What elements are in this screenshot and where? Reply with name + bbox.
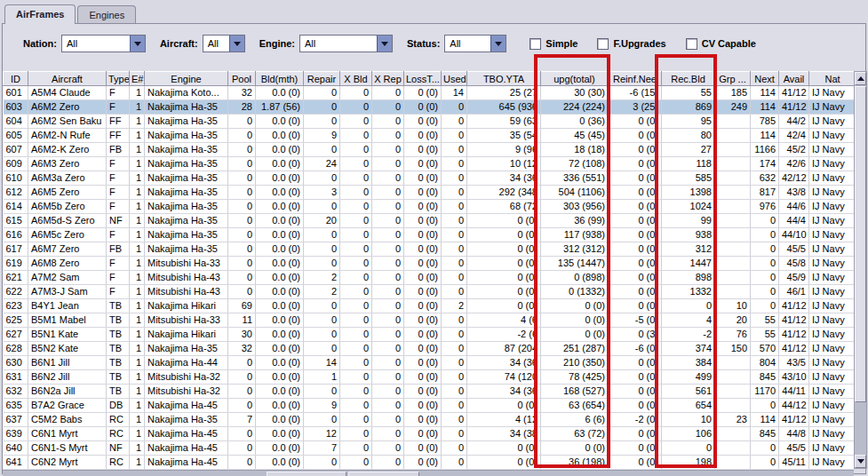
engine-combo-arrow-button[interactable] [377,36,392,52]
column-header[interactable]: Used [442,72,467,86]
table-cell: Mitsubishi Ha-32 [145,370,228,385]
column-header[interactable]: Aircraft [28,72,107,86]
table-row[interactable]: 637C5M2 BabsRC1Nakajima Ha-3570.0 (0)000… [4,413,855,427]
table-row[interactable]: 617A6M7 ZeroFB1Nakajima Ha-3500.0 (0)000… [4,242,855,257]
table-cell: 1 [130,143,145,157]
table-cell: 601 [4,86,28,100]
table-cell: 74 (120 [467,370,541,385]
aircraft-combo-arrow-button[interactable] [229,36,244,52]
scroll-up-button[interactable] [855,72,866,85]
table-cell: 0 (0) [541,313,609,328]
table-cell: Nakajima Ha-35 [145,115,228,129]
table-cell: 0 [442,427,467,441]
column-header[interactable]: Engine [145,72,228,86]
table-row[interactable]: 630B6N1 JillTB1Nakajima Ha-4400.0 (0)140… [4,356,855,370]
column-header[interactable]: Reinf.Nee [609,72,662,86]
column-header[interactable]: TBO.YTA [467,72,541,86]
table-row[interactable]: 623B4Y1 JeanTB1Nakajima Hikari690.0 (0)0… [4,299,855,313]
engine-combo[interactable]: All [299,35,393,52]
table-cell: IJ Navy [809,399,855,413]
table-row[interactable]: 640C6N1-S MyrtNF1Nakajima Ha-4500.0 (0)7… [4,441,855,456]
aircraft-combo[interactable]: All [203,35,245,52]
nation-label: Nation: [23,38,57,49]
table-cell: 0 [372,441,404,456]
table-row[interactable]: 622A7M3-J SamF1Mitsubishi Ha-4300.0 (0)2… [4,285,855,299]
column-header[interactable]: ID [4,72,28,86]
table-row[interactable]: 605A6M2-N RufeFF1Nakajima Ha-3500.0 (0)9… [4,129,855,143]
table-cell: 0 [442,228,467,242]
column-header[interactable]: X Bld [340,72,372,86]
column-header[interactable]: Next [751,72,779,86]
table-row[interactable]: 604A6M2 Sen BakuFF1Nakajima Ha-3500.0 (0… [4,115,855,129]
table-cell: 42/6 [779,157,809,171]
table-cell: 43/5 [779,356,809,370]
chevron-down-icon [134,42,141,46]
table-cell: 0.0 (0) [256,456,304,470]
table-cell: 0 (0) [467,214,541,228]
nation-combo[interactable]: All [61,35,146,52]
horizontal-scrollbar[interactable] [3,470,854,476]
table-cell: 615 [4,214,28,228]
table-row[interactable]: 631B6N2 JillTB1Mitsubishi Ha-3200.0 (0)1… [4,370,855,385]
table-cell: 10 [715,299,751,313]
table-row[interactable]: 641C6N2 MyrtRC1Nakajima Ha-4500.0 (0)000… [4,456,855,470]
table-row[interactable]: 639C6N1 MyrtRC1Nakajima Ha-4500.0 (0)120… [4,427,855,441]
column-header[interactable]: Grp ... [715,72,751,86]
table-row[interactable]: 603A6M2 ZeroF1Nakajima Ha-35281.87 (56)0… [4,100,855,115]
column-header[interactable]: Repair [304,72,340,86]
column-header[interactable]: LossT... [404,72,442,86]
table-row[interactable]: 607A6M2-K ZeroFB1Nakajima Ha-3500.0 (0)0… [4,143,855,157]
column-header[interactable]: Bld(mth) [256,72,304,86]
scroll-down-button[interactable] [855,455,866,468]
table-cell: A6M2-K Zero [28,143,107,157]
table-cell: 0 [340,143,372,157]
table-row[interactable]: 635B7A2 GraceDB1Nakajima Ha-4500.0 (0)90… [4,399,855,413]
column-header[interactable]: Avail [779,72,809,86]
table-row[interactable]: 619A6M8 ZeroF1Mitsubishi Ha-3300.0 (0)00… [4,257,855,271]
table-cell: F [107,228,130,242]
column-header[interactable]: E# [130,72,145,86]
table-cell: 2 [304,285,340,299]
column-header[interactable]: Pool [228,72,256,86]
table-cell: 0 (0) [404,299,442,313]
simple-checkbox[interactable] [530,38,541,50]
table-row[interactable]: 601A5M4 ClaudeF1Nakajima Koto...320.0 (0… [4,86,855,100]
table-cell: 0 [442,157,467,171]
vertical-scrollbar[interactable] [854,71,867,469]
table-row[interactable]: 612A6M5 ZeroF1Nakajima Ha-3500.0 (0)3000… [4,186,855,200]
table-row[interactable]: 610A6M3a ZeroF1Nakajima Ha-3500.0 (0)000… [4,171,855,186]
column-header[interactable]: Type [107,72,130,86]
table-row[interactable]: 627B5N1 KateTB1Nakajima Hikari300.0 (0)0… [4,328,855,342]
table-cell: 42/4 [779,129,809,143]
vertical-scrollbar-thumb[interactable] [855,86,866,402]
table-cell: Nakajima Ha-45 [145,399,228,413]
horizontal-scrollbar-thumb[interactable] [267,472,346,476]
f-upgrades-checkbox[interactable] [597,38,609,50]
table-row[interactable]: 625B5M1 MabelTB1Mitsubishi Ha-33110.0 (0… [4,313,855,328]
tab-airframes[interactable]: AirFrames [4,4,76,24]
table-row[interactable]: 621A7M2 SamF1Mitsubishi Ha-4300.0 (0)200… [4,271,855,285]
table-cell: IJ Navy [809,86,855,100]
table-row[interactable]: 614A6M5b ZeroF1Nakajima Ha-3500.0 (0)000… [4,200,855,214]
table-row[interactable]: 609A6M3 ZeroF1Nakajima Ha-3500.0 (0)2400… [4,157,855,171]
horizontal-scrollbar-thumb[interactable] [348,472,419,476]
cv-capable-checkbox[interactable] [686,38,697,50]
table-row[interactable]: 616A6M5c ZeroF1Nakajima Ha-3500.0 (0)000… [4,228,855,242]
table-cell: 28 [228,100,256,115]
table-cell: Nakajima Ha-35 [145,171,228,186]
tab-engines[interactable]: Engines [77,5,136,23]
status-combo-arrow-button[interactable] [490,36,506,52]
table-cell: 0 [340,100,372,115]
table-cell: 0 [442,242,467,257]
table-row[interactable]: 628B5N2 KateTB1Nakajima Ha-35320.0 (0)00… [4,342,855,356]
nation-combo-arrow-button[interactable] [130,36,145,52]
table-cell: F [107,200,130,214]
column-header[interactable]: upg(total) [541,72,609,86]
column-header[interactable]: Rec.Bld [662,72,715,86]
table-row[interactable]: 615A6M5d-S ZeroNF1Nakajima Ha-3500.0 (0)… [4,214,855,228]
table-row[interactable]: 632B6N2a JillTB1Mitsubishi Ha-3200.0 (0)… [4,385,855,399]
status-combo[interactable]: All [444,35,506,52]
column-header[interactable]: Nat [809,72,855,86]
table-cell: C6N1 Myrt [28,427,107,441]
column-header[interactable]: X Rep [372,72,404,86]
